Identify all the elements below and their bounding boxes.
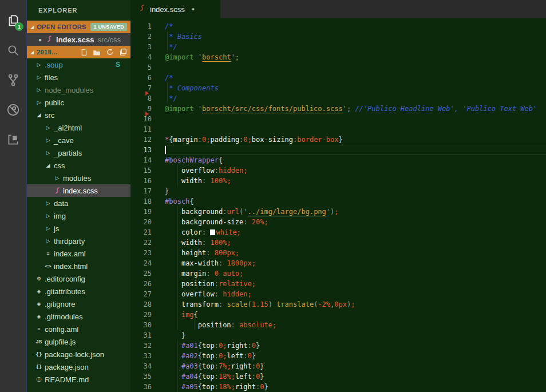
code-line-content[interactable]: * Basics <box>165 31 546 42</box>
code-line-content[interactable]: #a01{top:0;right:0} <box>165 340 546 351</box>
code-line-content[interactable] <box>165 145 546 155</box>
tree-item-gulpfile-js[interactable]: JSgulpfile.js <box>27 335 130 348</box>
code-line-11[interactable]: 11 <box>130 124 546 134</box>
activity-search-button[interactable] <box>0 35 26 65</box>
tree-item--cave[interactable]: ▷_cave <box>27 134 130 146</box>
tree-item--gitignore[interactable]: ◈.gitignore <box>27 298 130 310</box>
code-line-content[interactable]: overflow:hidden; <box>165 165 546 176</box>
refresh-icon[interactable] <box>106 48 114 56</box>
code-line-6[interactable]: 6/* <box>130 73 546 83</box>
tree-item--gitattributes[interactable]: ◈.gitattributes <box>27 285 130 298</box>
code-line-22[interactable]: 22 width: 100%; <box>130 237 546 248</box>
code-line-35[interactable]: 35 #a04{top:18%;left:0} <box>130 371 546 382</box>
code-line-28[interactable]: 28 transform: scale(1.15) translate(-2%,… <box>130 299 546 310</box>
code-line-content[interactable]: height: 800px; <box>165 248 546 258</box>
code-line-content[interactable] <box>165 114 546 124</box>
code-line-36[interactable]: 36 #a05{top:18%;right:0} <box>130 382 546 392</box>
tree-item-package-lock-json[interactable]: {}package-lock.json <box>27 348 130 361</box>
new-file-icon[interactable] <box>80 48 88 56</box>
code-line-27[interactable]: 27 overflow: hidden; <box>130 289 546 299</box>
tree-item--partials[interactable]: ▷_partials <box>27 146 130 159</box>
tree-item-data[interactable]: ▷data <box>27 197 130 209</box>
code-line-content[interactable]: */ <box>165 42 546 52</box>
activity-source-control-button[interactable] <box>0 65 26 95</box>
tree-item-modules[interactable]: ▷modules <box>27 172 130 184</box>
code-line-content[interactable]: } <box>165 330 546 340</box>
code-line-content[interactable]: overflow: hidden; <box>165 289 546 299</box>
code-line-14[interactable]: 14#boschWrapper{ <box>130 155 546 165</box>
code-line-content[interactable]: max-width: 1800px; <box>165 258 546 268</box>
code-line-content[interactable]: position:relative; <box>165 279 546 289</box>
code-line-content[interactable]: * Components <box>165 83 546 93</box>
code-line-17[interactable]: 17} <box>130 186 546 196</box>
tree-item-index-scss[interactable]: index.scss <box>27 184 130 197</box>
code-line-7[interactable]: 7 * Components <box>130 83 546 93</box>
code-line-10[interactable]: 10 <box>130 114 546 124</box>
code-line-content[interactable]: } <box>165 186 546 196</box>
code-line-content[interactable]: @import 'borscht'; <box>165 52 546 62</box>
tree-item-thirdparty[interactable]: ▷thirdparty <box>27 235 130 247</box>
code-line-content[interactable]: position: absolute; <box>165 320 546 330</box>
code-line-16[interactable]: 16 width: 100%; <box>130 176 546 186</box>
activity-debug-button[interactable] <box>0 95 26 125</box>
tab-index-scss[interactable]: index.scss ● <box>130 0 220 18</box>
code-line-content[interactable]: margin: 0 auto; <box>165 268 546 279</box>
code-line-content[interactable]: /* <box>165 73 546 83</box>
activity-explorer-button[interactable]: 1 <box>0 6 26 35</box>
tree-item--editorconfig[interactable]: ⚙.editorconfig <box>27 272 130 285</box>
code-line-content[interactable] <box>165 62 546 73</box>
code-line-20[interactable]: 20 background-size: 20%; <box>130 217 546 227</box>
tree-item-files[interactable]: ▷files <box>27 71 130 84</box>
code-line-1[interactable]: 1/* <box>130 21 546 31</box>
tree-item--gitmodules[interactable]: ◈.gitmodules <box>27 310 130 323</box>
code-line-3[interactable]: 3 */ <box>130 42 546 52</box>
code-line-content[interactable]: #boschWrapper{ <box>165 155 546 165</box>
code-line-content[interactable]: img{ <box>165 310 546 320</box>
code-line-content[interactable]: width: 100%; <box>165 237 546 248</box>
code-line-21[interactable]: 21 color: white; <box>130 227 546 237</box>
code-line-32[interactable]: 32 #a01{top:0;right:0} <box>130 340 546 351</box>
code-editor[interactable]: 1/*2 * Basics3 */4@import 'borscht';56/*… <box>130 18 546 392</box>
code-line-23[interactable]: 23 height: 800px; <box>130 248 546 258</box>
open-editor-item-index-scss[interactable]: ● index.scss src/css <box>27 33 130 46</box>
tree-item-readme-md[interactable]: ⓘREADME.md <box>27 373 130 386</box>
code-line-content[interactable]: #a02{top:0;left:0} <box>165 351 546 361</box>
code-line-18[interactable]: 18#bosch{ <box>130 196 546 207</box>
tree-item-src[interactable]: ◢src <box>27 109 130 121</box>
new-folder-icon[interactable] <box>93 48 101 56</box>
code-line-5[interactable]: 5 <box>130 62 546 73</box>
tree-item-img[interactable]: ▷img <box>27 209 130 222</box>
code-line-9[interactable]: 9@import 'borscht/src/css/fonts/publico.… <box>130 104 546 114</box>
activity-extensions-button[interactable] <box>0 125 26 155</box>
folder-section-header[interactable]: ◢ 2018… <box>27 46 130 58</box>
code-line-31[interactable]: 31 } <box>130 330 546 340</box>
code-line-content[interactable]: #bosch{ <box>165 196 546 207</box>
code-line-26[interactable]: 26 position:relative; <box>130 279 546 289</box>
tree-item--soup[interactable]: ▷.soupS <box>27 58 130 71</box>
collapse-all-icon[interactable] <box>119 48 127 56</box>
tree-item-index-aml[interactable]: ≡index.aml <box>27 247 130 260</box>
code-line-2[interactable]: 2 * Basics <box>130 31 546 42</box>
unsaved-dot-icon[interactable]: ● <box>192 6 195 12</box>
code-line-25[interactable]: 25 margin: 0 auto; <box>130 268 546 279</box>
tree-item-package-json[interactable]: {}package.json <box>27 361 130 373</box>
code-line-33[interactable]: 33 #a02{top:0;left:0} <box>130 351 546 361</box>
code-line-content[interactable]: *{margin:0;padding:0;box-sizing:border-b… <box>165 134 546 145</box>
tree-item--ai2html[interactable]: ▷_ai2html <box>27 121 130 134</box>
code-line-content[interactable]: background:url('../img/large/bg.png'); <box>165 207 546 217</box>
code-line-content[interactable]: /* <box>165 21 546 31</box>
code-line-content[interactable]: #a05{top:18%;right:0} <box>165 382 546 392</box>
code-line-content[interactable]: #a03{top:7%;right:0} <box>165 361 546 371</box>
open-editors-header[interactable]: ◢ OPEN EDITORS 1 UNSAVED <box>27 21 130 33</box>
code-line-13[interactable]: 13 <box>130 145 546 155</box>
tree-item-public[interactable]: ▷public <box>27 96 130 109</box>
code-line-12[interactable]: 12*{margin:0;padding:0;box-sizing:border… <box>130 134 546 145</box>
code-line-34[interactable]: 34 #a03{top:7%;right:0} <box>130 361 546 371</box>
tree-item-index-html[interactable]: <>index.html <box>27 260 130 272</box>
code-line-content[interactable]: #a04{top:18%;left:0} <box>165 371 546 382</box>
code-line-content[interactable]: @import 'borscht/src/css/fonts/publico.s… <box>165 104 546 114</box>
code-line-content[interactable] <box>165 124 546 134</box>
code-line-content[interactable]: background-size: 20%; <box>165 217 546 227</box>
code-line-8[interactable]: 8 */ <box>130 93 546 104</box>
code-line-4[interactable]: 4@import 'borscht'; <box>130 52 546 62</box>
